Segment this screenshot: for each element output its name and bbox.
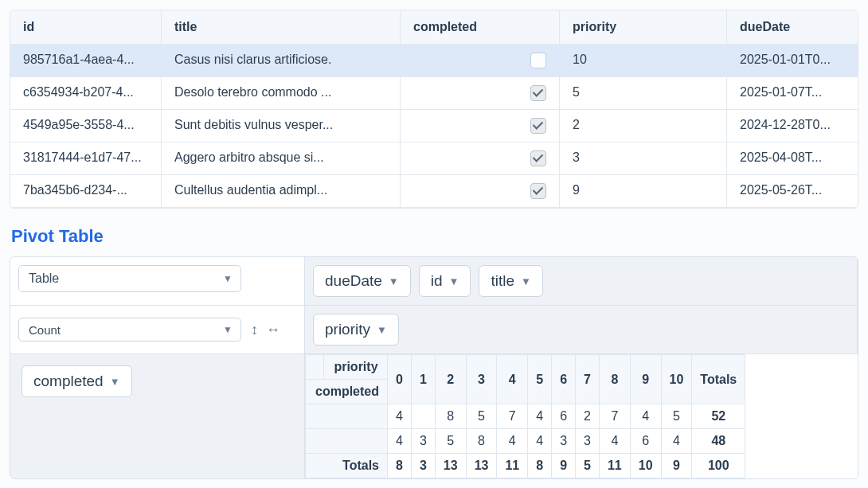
cell-id: 985716a1-4aea-4... — [10, 45, 162, 77]
pivot-cell: 8 — [466, 429, 497, 454]
pivot-grand-total: 100 — [692, 454, 745, 478]
pivot-cell: 4 — [388, 429, 412, 454]
pivot-col-total: 9 — [552, 454, 576, 478]
pivot-col-total: 5 — [576, 454, 600, 478]
column-header-completed[interactable]: completed — [401, 10, 560, 45]
pivot-col-total: 13 — [435, 454, 466, 478]
pivot-cell: 4 — [388, 404, 412, 429]
field-chip-dueDate[interactable]: dueDate▼ — [313, 265, 411, 297]
field-chip-id[interactable]: id▼ — [419, 265, 471, 297]
column-header-id[interactable]: id — [10, 10, 162, 45]
chevron-down-icon: ▼ — [110, 376, 120, 388]
pivot-section-title: Pivot Table — [11, 226, 858, 247]
aggregator-select[interactable]: Count ▼ — [18, 318, 241, 342]
sort-controls: ↕ ↔ — [251, 322, 280, 338]
cell-completed — [401, 142, 560, 175]
pivot-col-total: 11 — [497, 454, 528, 478]
pivot-cell: 4 — [528, 429, 552, 454]
renderer-select[interactable]: Table ▼ — [18, 265, 241, 292]
table-row[interactable]: 7ba345b6-d234-...Cultellus audentia adim… — [10, 175, 858, 208]
pivot-col-total: 9 — [661, 454, 692, 478]
field-chip-label: dueDate — [325, 272, 382, 290]
completed-checkbox[interactable] — [530, 118, 546, 134]
pivot-cell: 3 — [411, 429, 435, 454]
pivot-row-dimension-label: completed — [306, 380, 388, 404]
pivot-col-key: 7 — [576, 355, 600, 404]
pivot-cell: 6 — [630, 429, 661, 454]
pivot-cell: 7 — [599, 404, 630, 429]
sort-cols-icon[interactable]: ↔ — [266, 322, 280, 338]
cell-title: Casus nisi clarus artificiose. — [162, 45, 401, 77]
cell-id: 4549a95e-3558-4... — [10, 110, 162, 142]
tasks-table-body: 985716a1-4aea-4...Casus nisi clarus arti… — [10, 45, 858, 208]
completed-checkbox[interactable] — [530, 183, 546, 199]
cell-priority: 2 — [560, 110, 727, 142]
pivot-cell: 3 — [552, 429, 576, 454]
cell-duedate: 2025-04-08T... — [727, 142, 858, 175]
pivot-row-key — [306, 404, 388, 429]
completed-checkbox[interactable] — [530, 85, 546, 101]
cell-completed — [401, 175, 560, 208]
sort-rows-icon[interactable]: ↕ — [251, 322, 258, 338]
pivot-cell: 5 — [661, 404, 692, 429]
table-row[interactable]: c6354934-b207-4...Desolo terebro commodo… — [10, 77, 858, 110]
pivot-row-total: 48 — [692, 429, 745, 454]
pivot-cell: 4 — [497, 429, 528, 454]
unused-fields-area[interactable]: dueDate▼id▼title▼ — [305, 257, 858, 306]
chevron-down-icon: ▼ — [223, 324, 233, 335]
pivot-col-total: 10 — [630, 454, 661, 478]
renderer-area: Table ▼ — [10, 257, 305, 306]
pivot-output-area: priority012345678910Totalscompleted4.857… — [305, 354, 858, 478]
pivot-row-key — [306, 429, 388, 454]
column-header-priority[interactable]: priority — [560, 10, 727, 45]
pivot-cell: 4 — [630, 404, 661, 429]
field-chip-title[interactable]: title▼ — [479, 265, 542, 297]
field-chip-completed[interactable]: completed▼ — [22, 365, 132, 397]
cell-duedate: 2025-05-26T... — [727, 175, 858, 208]
pivot-cell: . — [411, 404, 435, 429]
aggregator-select-value: Count — [29, 323, 61, 337]
pivot-col-key: 3 — [466, 355, 497, 404]
cell-duedate: 2025-01-01T0... — [727, 45, 858, 77]
pivot-col-key: 4 — [497, 355, 528, 404]
pivot-col-key: 2 — [435, 355, 466, 404]
cell-completed — [401, 110, 560, 142]
pivot-output-table: priority012345678910Totalscompleted4.857… — [305, 354, 745, 478]
completed-checkbox[interactable] — [530, 150, 546, 166]
chevron-down-icon: ▼ — [223, 273, 233, 284]
cell-title: Cultellus audentia adimpl... — [162, 175, 401, 208]
pivot-col-key: 0 — [388, 355, 412, 404]
pivot-col-total: 8 — [528, 454, 552, 478]
cell-priority: 5 — [560, 77, 727, 110]
table-row[interactable]: 4549a95e-3558-4...Sunt debitis vulnus ve… — [10, 110, 858, 142]
cell-title: Aggero arbitro absque si... — [162, 142, 401, 175]
field-chip-label: id — [431, 272, 443, 290]
cell-duedate: 2025-01-07T... — [727, 77, 858, 110]
pivot-col-dimension-label: priority — [324, 355, 388, 380]
pivot-cell: 7 — [497, 404, 528, 429]
pivot-col-total: 13 — [466, 454, 497, 478]
row-fields-area[interactable]: completed▼ — [10, 354, 305, 478]
pivot-totals-row-label: Totals — [306, 454, 388, 478]
table-row[interactable]: 31817444-e1d7-47...Aggero arbitro absque… — [10, 142, 858, 175]
cell-priority: 9 — [560, 175, 727, 208]
cell-title: Sunt debitis vulnus vesper... — [162, 110, 401, 142]
chevron-down-icon: ▼ — [449, 275, 459, 287]
chevron-down-icon: ▼ — [377, 324, 387, 336]
field-chip-priority[interactable]: priority▼ — [313, 314, 399, 346]
pivot-col-total: 11 — [599, 454, 630, 478]
column-fields-area[interactable]: priority▼ — [305, 306, 858, 354]
completed-checkbox[interactable] — [530, 53, 546, 68]
pivot-cell: 6 — [552, 404, 576, 429]
field-chip-label: priority — [325, 321, 370, 338]
tasks-table-header: id title completed priority dueDate — [10, 10, 858, 45]
table-row[interactable]: 985716a1-4aea-4...Casus nisi clarus arti… — [10, 45, 858, 77]
pivot-corner — [306, 355, 324, 380]
column-header-title[interactable]: title — [162, 10, 401, 45]
cell-title: Desolo terebro commodo ... — [162, 77, 401, 110]
column-header-duedate[interactable]: dueDate — [727, 10, 858, 45]
chevron-down-icon: ▼ — [521, 275, 531, 287]
pivot-row-total: 52 — [692, 404, 745, 429]
cell-completed — [401, 77, 560, 110]
pivot-cell: 8 — [435, 404, 466, 429]
